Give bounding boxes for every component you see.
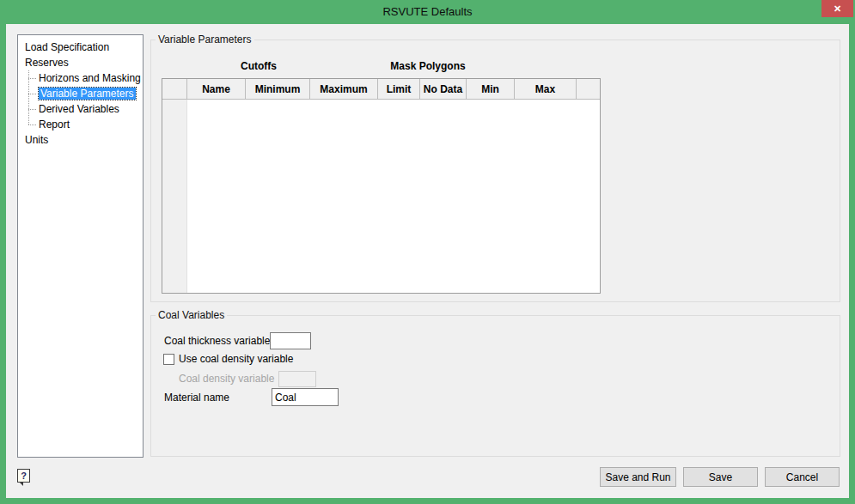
tree-item-units[interactable]: Units — [18, 132, 143, 148]
header-cell-minimum[interactable]: Minimum — [246, 79, 310, 100]
header-filler — [577, 79, 600, 100]
help-icon: ? — [21, 471, 27, 481]
mask-polygons-column-group-label: Mask Polygons — [365, 60, 491, 72]
coal-thickness-variable-label: Coal thickness variable — [164, 335, 270, 347]
dialog-window: RSVUTE Defaults ✕ Load Specification Res… — [0, 0, 855, 504]
selected-tree-item: Variable Parameters — [39, 88, 136, 100]
tree-branch-reserves: Horizons and Masking Variable Parameters… — [18, 70, 143, 132]
title-bar[interactable]: RSVUTE Defaults ✕ — [0, 0, 855, 24]
coal-thickness-variable-input[interactable] — [270, 332, 311, 349]
variable-parameters-group-title: Variable Parameters — [156, 33, 254, 46]
dialog-client-area: Load Specification Reserves Horizons and… — [6, 24, 849, 498]
tree-item-derived-variables[interactable]: Derived Variables — [18, 101, 143, 117]
header-cell-limit[interactable]: Limit — [378, 79, 420, 100]
close-icon: ✕ — [834, 3, 841, 14]
tree-item-horizons-and-masking[interactable]: Horizons and Masking — [18, 70, 143, 86]
tree-item-load-specification[interactable]: Load Specification — [18, 39, 143, 55]
save-button[interactable]: Save — [683, 467, 758, 487]
tree-item-variable-parameters[interactable]: Variable Parameters — [18, 86, 143, 101]
variable-parameters-table: Name Minimum Maximum Limit No Data Min M… — [162, 78, 601, 294]
save-and-run-button[interactable]: Save and Run — [600, 467, 676, 487]
table-header-row: Name Minimum Maximum Limit No Data Min M… — [162, 79, 600, 100]
tree-item-reserves[interactable]: Reserves — [18, 55, 143, 70]
cancel-button[interactable]: Cancel — [765, 467, 840, 487]
table-body-empty[interactable] — [162, 100, 600, 293]
coal-variables-group: Coal Variables Coal thickness variable U… — [150, 315, 840, 457]
cutoffs-column-group-label: Cutoffs — [220, 60, 297, 72]
tree-item-report[interactable]: Report — [18, 117, 143, 132]
header-cell-maximum[interactable]: Maximum — [310, 79, 378, 100]
help-button[interactable]: ? — [17, 469, 30, 483]
coal-variables-group-title: Coal Variables — [156, 309, 227, 321]
header-cell-min[interactable]: Min — [467, 79, 515, 100]
header-cell-name[interactable]: Name — [187, 79, 246, 100]
coal-density-variable-input — [278, 371, 316, 387]
header-cell-no-data[interactable]: No Data — [420, 79, 467, 100]
use-coal-density-checkbox[interactable] — [163, 354, 174, 365]
coal-density-variable-label: Coal density variable — [179, 373, 274, 385]
header-cell-rowselector[interactable] — [162, 79, 187, 100]
sidebar-tree: Load Specification Reserves Horizons and… — [17, 34, 144, 458]
variable-parameters-group: Variable Parameters Cutoffs Mask Polygon… — [150, 39, 840, 302]
use-coal-density-label[interactable]: Use coal density variable — [179, 353, 293, 365]
window-title: RSVUTE Defaults — [0, 0, 855, 24]
close-button[interactable]: ✕ — [821, 0, 853, 17]
material-name-label: Material name — [164, 392, 229, 404]
material-name-input[interactable] — [272, 388, 339, 406]
row-header-strip — [162, 100, 187, 293]
header-cell-max[interactable]: Max — [515, 79, 577, 100]
